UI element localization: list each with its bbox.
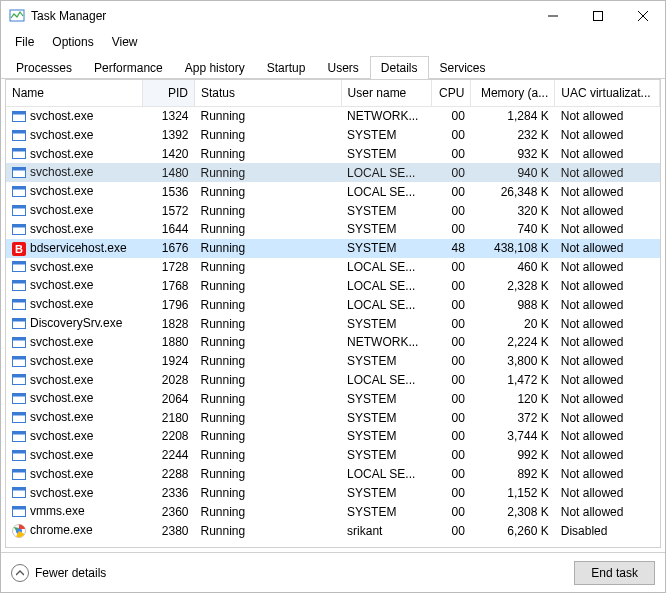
end-task-button[interactable]: End task (574, 561, 655, 585)
cell-pid: 2380 (142, 521, 194, 540)
table-row[interactable]: svchost.exe2288RunningLOCAL SE...00892 K… (6, 465, 660, 484)
table-row[interactable]: svchost.exe2064RunningSYSTEM00120 KNot a… (6, 389, 660, 408)
details-panel: NamePIDStatusUser nameCPUMemory (a...UAC… (5, 79, 661, 548)
cell-pid: 2208 (142, 427, 194, 446)
titlebar[interactable]: Task Manager (1, 1, 665, 31)
svc-icon (12, 411, 26, 425)
table-row[interactable]: svchost.exe1420RunningSYSTEM00932 KNot a… (6, 145, 660, 164)
table-row[interactable]: svchost.exe1644RunningSYSTEM00740 KNot a… (6, 220, 660, 239)
svg-rect-38 (13, 413, 26, 416)
table-row[interactable]: svchost.exe1480RunningLOCAL SE...00940 K… (6, 163, 660, 182)
cell-user: SYSTEM (341, 314, 431, 333)
table-row[interactable]: svchost.exe1572RunningSYSTEM00320 KNot a… (6, 201, 660, 220)
tab-processes[interactable]: Processes (5, 56, 83, 79)
cell-mem: 320 K (471, 201, 555, 220)
table-row[interactable]: svchost.exe1924RunningSYSTEM003,800 KNot… (6, 352, 660, 371)
tab-users[interactable]: Users (316, 56, 369, 79)
cell-uac: Not allowed (555, 465, 660, 484)
cell-pid: 1420 (142, 145, 194, 164)
cell-user: LOCAL SE... (341, 163, 431, 182)
table-row[interactable]: svchost.exe2208RunningSYSTEM003,744 KNot… (6, 427, 660, 446)
table-row[interactable]: svchost.exe1768RunningLOCAL SE...002,328… (6, 276, 660, 295)
cell-mem: 932 K (471, 145, 555, 164)
cell-status: Running (195, 107, 342, 126)
process-name: svchost.exe (30, 203, 93, 217)
cell-mem: 6,260 K (471, 521, 555, 540)
task-manager-window: Task Manager FileOptionsView ProcessesPe… (0, 0, 666, 593)
process-name: svchost.exe (30, 373, 93, 387)
cell-mem: 1,152 K (471, 484, 555, 503)
table-row[interactable]: svchost.exe2244RunningSYSTEM00992 KNot a… (6, 446, 660, 465)
process-name: svchost.exe (30, 410, 93, 424)
col-header-user[interactable]: User name (341, 80, 431, 107)
cell-pid: 1324 (142, 107, 194, 126)
cell-pid: 1828 (142, 314, 194, 333)
table-row[interactable]: svchost.exe2336RunningSYSTEM001,152 KNot… (6, 484, 660, 503)
cell-cpu: 00 (431, 427, 471, 446)
tab-services[interactable]: Services (429, 56, 497, 79)
table-row[interactable]: svchost.exe2028RunningLOCAL SE...001,472… (6, 371, 660, 390)
cell-status: Running (195, 276, 342, 295)
cell-name: svchost.exe (6, 126, 142, 145)
cell-uac: Not allowed (555, 371, 660, 390)
cell-name: svchost.exe (6, 352, 142, 371)
tab-app-history[interactable]: App history (174, 56, 256, 79)
cell-status: Running (195, 126, 342, 145)
process-name: chrome.exe (30, 523, 93, 537)
col-header-pid[interactable]: PID (142, 80, 194, 107)
cell-name: svchost.exe (6, 484, 142, 503)
table-row[interactable]: svchost.exe1536RunningLOCAL SE...0026,34… (6, 182, 660, 201)
maximize-button[interactable] (575, 1, 620, 31)
svg-rect-36 (13, 394, 26, 397)
cell-pid: 1796 (142, 295, 194, 314)
fewer-details-button[interactable]: Fewer details (11, 564, 564, 582)
table-row[interactable]: Bbdservicehost.exe1676RunningSYSTEM48438… (6, 239, 660, 258)
tab-performance[interactable]: Performance (83, 56, 174, 79)
process-name: svchost.exe (30, 486, 93, 500)
cell-mem: 988 K (471, 295, 555, 314)
cell-pid: 1644 (142, 220, 194, 239)
cell-uac: Not allowed (555, 333, 660, 352)
cell-status: Running (195, 201, 342, 220)
col-header-status[interactable]: Status (195, 80, 342, 107)
col-header-cpu[interactable]: CPU (431, 80, 471, 107)
cell-name: svchost.exe (6, 258, 142, 277)
cell-pid: 1880 (142, 333, 194, 352)
col-header-name[interactable]: Name (6, 80, 142, 107)
table-row[interactable]: svchost.exe2180RunningSYSTEM00372 KNot a… (6, 408, 660, 427)
cell-name: svchost.exe (6, 145, 142, 164)
tab-details[interactable]: Details (370, 56, 429, 79)
table-row[interactable]: DiscoverySrv.exe1828RunningSYSTEM0020 KN… (6, 314, 660, 333)
menu-options[interactable]: Options (44, 33, 101, 51)
svc-icon (12, 223, 26, 237)
svg-rect-8 (13, 130, 26, 133)
cell-mem: 438,108 K (471, 239, 555, 258)
table-row[interactable]: chrome.exe2380Runningsrikant006,260 KDis… (6, 521, 660, 540)
tab-startup[interactable]: Startup (256, 56, 317, 79)
svc-icon (12, 505, 26, 519)
cell-mem: 740 K (471, 220, 555, 239)
menu-view[interactable]: View (104, 33, 146, 51)
col-header-mem[interactable]: Memory (a... (471, 80, 555, 107)
cell-name: svchost.exe (6, 389, 142, 408)
cell-name: vmms.exe (6, 502, 142, 521)
svg-rect-40 (13, 431, 26, 434)
table-row[interactable]: svchost.exe1324RunningNETWORK...001,284 … (6, 107, 660, 126)
table-row[interactable]: svchost.exe1728RunningLOCAL SE...00460 K… (6, 258, 660, 277)
svg-rect-14 (13, 187, 26, 190)
minimize-button[interactable] (530, 1, 575, 31)
cell-status: Running (195, 371, 342, 390)
table-row[interactable]: vmms.exe2360RunningSYSTEM002,308 KNot al… (6, 502, 660, 521)
table-row[interactable]: svchost.exe1392RunningSYSTEM00232 KNot a… (6, 126, 660, 145)
chevron-up-icon (11, 564, 29, 582)
col-header-uac[interactable]: UAC virtualizat... (555, 80, 660, 107)
process-grid[interactable]: NamePIDStatusUser nameCPUMemory (a...UAC… (6, 80, 660, 547)
menu-file[interactable]: File (7, 33, 42, 51)
table-row[interactable]: svchost.exe1796RunningLOCAL SE...00988 K… (6, 295, 660, 314)
cell-status: Running (195, 389, 342, 408)
table-row[interactable]: svchost.exe1880RunningNETWORK...002,224 … (6, 333, 660, 352)
cell-user: LOCAL SE... (341, 465, 431, 484)
cell-uac: Not allowed (555, 107, 660, 126)
cell-cpu: 00 (431, 258, 471, 277)
close-button[interactable] (620, 1, 665, 31)
